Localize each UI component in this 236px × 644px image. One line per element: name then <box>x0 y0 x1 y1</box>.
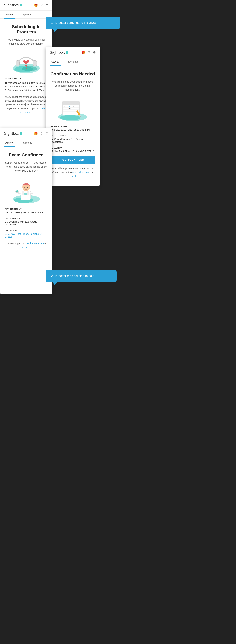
location-block: LOCATION 5462 NW That Place, Portland OR… <box>5 229 48 238</box>
appointment-block: APPOINTMENT Dec. 22, 2019 (Sat.) at 10:3… <box>50 125 95 131</box>
illustration-doctor <box>5 177 48 204</box>
callout-2-text: To better map solution to pain <box>54 274 94 278</box>
svg-point-8 <box>60 115 80 120</box>
svg-point-35 <box>16 190 19 192</box>
panel-content: Confirmation Needed We are holding your … <box>46 66 100 183</box>
settings-icon[interactable]: ⚙ <box>93 51 96 54</box>
panel-header: Sightbox 🎁 ? ⚙ <box>46 47 100 58</box>
gift-icon[interactable]: 🎁 <box>34 4 38 7</box>
dr-office-block: DR. & OFFICE Dr. SoandSo with Eye Group … <box>5 217 48 226</box>
svg-rect-40 <box>24 193 27 194</box>
tab-activity[interactable]: Activity <box>50 58 61 66</box>
reschedule-link[interactable]: reschedule exam <box>26 242 44 245</box>
panel-exam-confirmed: Sightbox 🎁 ? ⚙ Activity Payments Exam Co… <box>0 128 52 294</box>
footer-text: Does this appointment no longer work? Co… <box>50 166 95 178</box>
svg-point-39 <box>27 187 28 188</box>
settings-icon[interactable]: ⚙ <box>46 4 48 7</box>
availability-section: AVAILABILITY 1: Wednesdays from 9:00am t… <box>5 78 48 92</box>
appointment-value: Dec. 22, 2019 (Sat.) at 10:30am PT <box>5 211 48 214</box>
body-text: We will book the exam as [close to/soon … <box>5 95 48 114</box>
panel-title: Exam Confirmed <box>5 152 48 158</box>
svg-rect-31 <box>27 191 29 195</box>
panel-confirmation: Sightbox 🎁 ? ⚙ Activity Payments Confirm… <box>46 47 100 186</box>
panel-header: Sightbox 🎁 ? ⚙ <box>0 128 52 139</box>
header-icons: 🎁 ? ⚙ <box>34 132 48 136</box>
settings-icon[interactable]: ⚙ <box>46 132 48 135</box>
svg-point-2 <box>22 66 37 71</box>
callout-2-number: 2. <box>51 274 54 278</box>
svg-rect-11 <box>63 103 79 105</box>
location-value: 62 NW That Place, Portland OR 97212 <box>50 150 95 152</box>
svg-text:T: T <box>66 106 67 107</box>
panel-subtitle: We'll follow up via email within [5] bus… <box>5 38 48 46</box>
panel-header: Sightbox 🎁 ? ⚙ <box>0 0 52 11</box>
svg-text:M: M <box>64 106 65 107</box>
app-logo: Sightbox <box>50 50 68 55</box>
logo-square-icon <box>20 4 23 6</box>
availability-heading: AVAILABILITY <box>5 78 48 80</box>
illustration-headphones <box>5 50 48 74</box>
callout-1-text: To better setup future initiatives <box>54 21 96 24</box>
tab-bar: Activity Payments <box>46 58 100 66</box>
appointment-label: APPOINTMENT <box>50 125 95 128</box>
reschedule-link[interactable]: reschedule exam <box>72 171 90 174</box>
list-item: 2: Thursdays from 9:00am to 11:00am <box>5 85 48 88</box>
location-block: LOCATION 62 NW That Place, Portland OR 9… <box>50 147 95 152</box>
confirm-button[interactable]: YES! I'LL ATTEND <box>50 156 95 164</box>
svg-text:F: F <box>73 106 74 107</box>
logo-square-icon <box>20 132 23 135</box>
update-preferences-link[interactable]: update preferences <box>20 107 47 114</box>
svg-rect-4 <box>33 60 37 66</box>
svg-rect-30 <box>22 191 24 195</box>
location-link[interactable]: 5462 NW That Place, Portland OR 97212 <box>5 232 43 238</box>
svg-point-38 <box>24 187 25 188</box>
help-icon[interactable]: ? <box>41 4 43 7</box>
app-logo: Sightbox <box>4 3 23 8</box>
tab-activity[interactable]: Activity <box>4 11 15 19</box>
tab-activity[interactable]: Activity <box>4 139 15 147</box>
dr-office-block: DR. & OFFICE Dr. SoandSo with Eye Group … <box>50 134 95 143</box>
cancel-link[interactable]: cancel <box>23 246 29 248</box>
svg-text:TH: TH <box>71 106 72 107</box>
callout-1-number: 1. <box>51 21 54 24</box>
help-icon[interactable]: ? <box>41 132 43 136</box>
panel-subtitle: Super! You are all set – if you happen t… <box>5 161 48 173</box>
logo-square-icon <box>66 51 68 54</box>
appointment-label: APPOINTMENT <box>5 208 48 210</box>
dr-office-label: DR. & OFFICE <box>50 134 95 137</box>
footer-text: Contact support to reschedule exam or ca… <box>5 242 48 249</box>
gift-icon[interactable]: 🎁 <box>81 51 85 54</box>
tab-bar: Activity Payments <box>0 11 52 19</box>
location-label: LOCATION <box>50 147 95 149</box>
appointment-value: Dec. 22, 2019 (Sat.) at 10:30am PT <box>50 128 95 131</box>
illustration-calendar: M T W TH F <box>50 96 95 121</box>
callout-1: 1. To better setup future initiatives <box>46 17 120 29</box>
callout-2: 2. To better map solution to pain <box>46 270 117 282</box>
availability-list: 1: Wednesdays from 9:00am to 11:00am 2: … <box>5 82 48 92</box>
dr-office-label: DR. & OFFICE <box>5 217 48 220</box>
panel-title: Confirmation Needed <box>50 72 95 76</box>
dr-office-value: Dr. SoandSo with Eye Group Associates <box>5 220 48 226</box>
location-label: LOCATION <box>5 229 48 232</box>
app-logo: Sightbox <box>4 131 23 136</box>
list-item: 1: Wednesdays from 9:00am to 11:00am <box>5 82 48 84</box>
gift-icon[interactable]: 🎁 <box>34 132 38 135</box>
svg-point-5 <box>25 65 27 67</box>
panel-subtitle: We are holding your exam and need your c… <box>50 80 95 92</box>
tab-payments[interactable]: Payments <box>20 11 34 19</box>
help-icon[interactable]: ? <box>88 51 90 54</box>
cancel-link[interactable]: cancel <box>69 175 76 177</box>
panel-scheduling: Sightbox 🎁 ? ⚙ Activity Payments Schedul… <box>0 0 52 138</box>
header-icons: 🎁 ? ⚙ <box>34 4 48 7</box>
location-value: 5462 NW That Place, Portland OR 97212 <box>5 232 48 238</box>
panel-title: Scheduling In Progress <box>5 24 48 34</box>
svg-rect-3 <box>16 60 20 66</box>
panel-content: Exam Confirmed Super! You are all set – … <box>0 147 52 254</box>
tab-payments[interactable]: Payments <box>20 139 34 147</box>
svg-rect-36 <box>30 192 33 194</box>
header-icons: 🎁 ? ⚙ <box>81 51 96 54</box>
tab-payments[interactable]: Payments <box>65 58 79 66</box>
svg-text:W: W <box>69 106 70 107</box>
appointment-block: APPOINTMENT Dec. 22, 2019 (Sat.) at 10:3… <box>5 208 48 214</box>
panel-content: Scheduling In Progress We'll follow up v… <box>0 19 52 122</box>
